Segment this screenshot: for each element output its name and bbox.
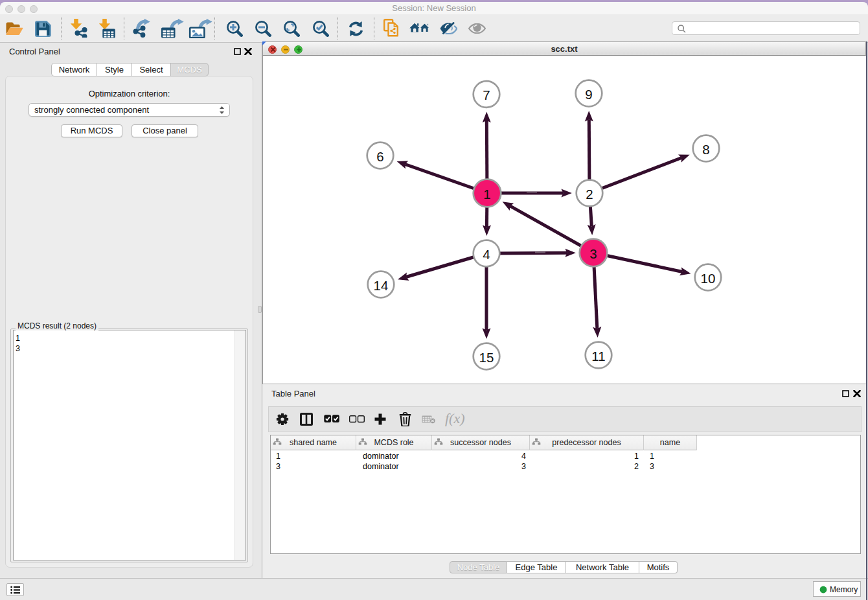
svg-text:7: 7 [483,87,490,102]
svg-text:11: 11 [591,349,605,363]
svg-text:3: 3 [589,246,597,261]
svg-text:6: 6 [376,149,383,164]
svg-text:2: 2 [586,187,593,202]
svg-text:14: 14 [374,278,389,293]
svg-text:15: 15 [479,350,494,365]
svg-text:8: 8 [702,142,709,157]
svg-text:10: 10 [701,271,716,286]
svg-text:4: 4 [483,247,490,262]
svg-text:9: 9 [585,87,592,102]
svg-text:1: 1 [483,187,490,202]
